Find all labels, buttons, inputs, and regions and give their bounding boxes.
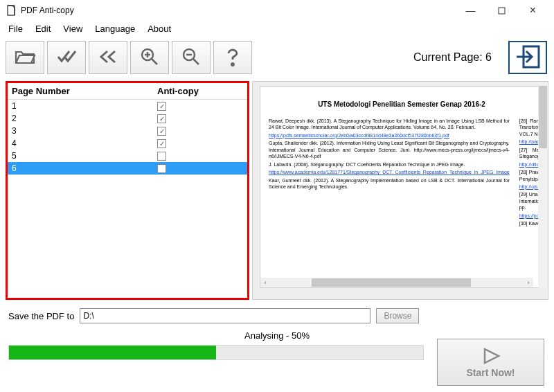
save-path-input[interactable] — [80, 308, 370, 323]
page-table: Page Number Anti-copy 1✓2✓3✓4✓56 — [6, 81, 249, 300]
folder-open-icon — [14, 46, 36, 70]
menu-language[interactable]: Language — [95, 24, 135, 34]
table-row[interactable]: 5 — [8, 150, 247, 162]
app-icon — [6, 5, 17, 16]
menu-about[interactable]: About — [148, 24, 171, 34]
play-icon — [481, 347, 501, 367]
menu-view[interactable]: View — [63, 24, 82, 34]
doc-text: Gupta, Shailender dkk. (2012). Informati… — [269, 140, 510, 159]
progress-fill — [9, 346, 216, 359]
maximize-button[interactable] — [486, 1, 517, 20]
preview-panel: UTS Metodologi Penelitian Semester Genap… — [252, 81, 548, 300]
scroll-left-icon[interactable]: ‹ — [260, 279, 270, 286]
svg-point-9 — [232, 63, 234, 65]
table-row[interactable]: 6 — [8, 162, 247, 175]
header-anticopy[interactable]: Anti-copy — [157, 86, 243, 96]
current-page-label: Current Page: 6 — [413, 51, 506, 64]
anticopy-checkbox[interactable]: ✓ — [157, 139, 166, 148]
doc-text: J. Labadin. (2008). Steganography: DCT C… — [269, 161, 510, 168]
scroll-right-icon[interactable]: › — [524, 279, 533, 286]
page-number-cell: 3 — [12, 126, 157, 136]
header-page-number[interactable]: Page Number — [12, 86, 157, 96]
double-undo-icon — [97, 46, 119, 70]
page-number-cell: 1 — [12, 101, 157, 111]
doc-text: Rawat, Deepesh dkk. (2013). A Steganogra… — [269, 118, 510, 131]
doc-text: Kaur, Gurmeet dkk. (2012). A Steganograp… — [269, 177, 510, 190]
document-preview[interactable]: UTS Metodologi Penelitian Semester Genap… — [260, 86, 544, 288]
titlebar: PDF Anti-copy — × — [0, 0, 554, 21]
export-arrow-icon — [514, 44, 542, 72]
anticopy-checkbox[interactable]: ✓ — [157, 102, 166, 111]
scroll-thumb-h[interactable] — [312, 278, 471, 287]
page-table-header: Page Number Anti-copy — [8, 83, 247, 100]
table-row[interactable]: 1✓ — [8, 100, 247, 112]
open-button[interactable] — [6, 41, 44, 74]
double-check-icon — [55, 46, 78, 70]
anticopy-checkbox[interactable] — [157, 152, 166, 161]
menu-file[interactable]: File — [8, 24, 23, 34]
zoom-in-icon — [138, 46, 161, 70]
close-button[interactable]: × — [517, 1, 548, 20]
document-title: UTS Metodologi Penelitian Semester Genap… — [269, 100, 535, 108]
undo-button[interactable] — [89, 41, 127, 74]
start-label: Start Now! — [467, 367, 515, 378]
zoom-in-button[interactable] — [130, 41, 169, 74]
save-label: Save the PDF to — [8, 311, 74, 321]
help-button[interactable] — [213, 41, 252, 74]
anticopy-checkbox[interactable]: ✓ — [157, 114, 166, 123]
page-number-cell: 2 — [12, 114, 157, 123]
anticopy-checkbox[interactable] — [157, 164, 166, 173]
scroll-thumb-v[interactable] — [539, 86, 547, 148]
doc-link[interactable]: https://pdfs.semanticscholar.org/2eb0/a0… — [269, 133, 449, 138]
zoom-out-button[interactable] — [172, 41, 211, 74]
toolbar: Current Page: 6 — [0, 38, 554, 77]
menu-edit[interactable]: Edit — [35, 24, 51, 34]
start-button[interactable]: Start Now! — [437, 339, 544, 386]
preview-scrollbar-horizontal[interactable]: ‹ › — [260, 278, 533, 287]
window-title: PDF Anti-copy — [21, 6, 74, 15]
table-row[interactable]: 2✓ — [8, 112, 247, 125]
svg-line-3 — [152, 59, 157, 64]
zoom-out-icon — [180, 46, 202, 70]
preview-scrollbar-vertical[interactable] — [538, 82, 548, 289]
menubar: File Edit View Language About — [0, 21, 554, 38]
table-row[interactable]: 4✓ — [8, 137, 247, 150]
svg-rect-1 — [499, 8, 505, 14]
table-row[interactable]: 3✓ — [8, 125, 247, 137]
svg-line-7 — [193, 59, 199, 64]
page-number-cell: 6 — [12, 163, 157, 173]
browse-button[interactable]: Browse — [376, 308, 419, 323]
minimize-button[interactable]: — — [455, 1, 486, 20]
question-icon — [222, 46, 244, 70]
anticopy-checkbox[interactable]: ✓ — [157, 127, 166, 136]
export-button[interactable] — [508, 41, 547, 74]
apply-button[interactable] — [47, 41, 86, 74]
doc-link[interactable]: https://www.academia.edu/1281771/Stegano… — [269, 170, 510, 175]
page-number-cell: 4 — [12, 139, 157, 148]
progress-bar — [8, 345, 424, 360]
page-number-cell: 5 — [12, 151, 157, 161]
